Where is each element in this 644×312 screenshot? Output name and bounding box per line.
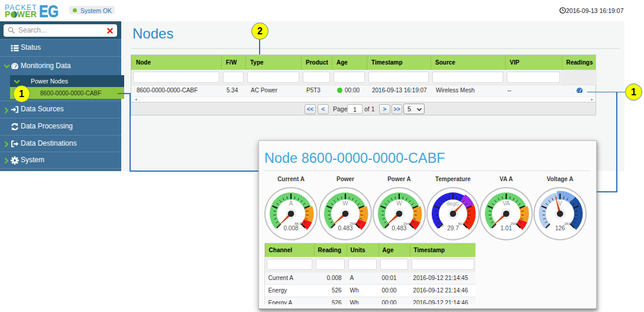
svg-text:W: W [342, 200, 348, 207]
svg-text:degC: degC [446, 201, 459, 207]
svg-text:A: A [289, 200, 293, 207]
svg-text:-10: -10 [439, 224, 444, 227]
svg-text:0.008: 0.008 [283, 225, 298, 231]
svg-text:50: 50 [458, 222, 462, 226]
svg-text:126: 126 [555, 225, 565, 231]
svg-text:1.01: 1.01 [500, 225, 512, 231]
svg-text:VA: VA [503, 200, 510, 207]
svg-text:29.7: 29.7 [447, 225, 459, 231]
svg-text:V: V [558, 200, 562, 207]
svg-text:0.483: 0.483 [338, 225, 352, 231]
svg-text:283: 283 [564, 222, 571, 226]
svg-text:0.483: 0.483 [391, 225, 406, 231]
svg-text:W: W [396, 200, 402, 207]
